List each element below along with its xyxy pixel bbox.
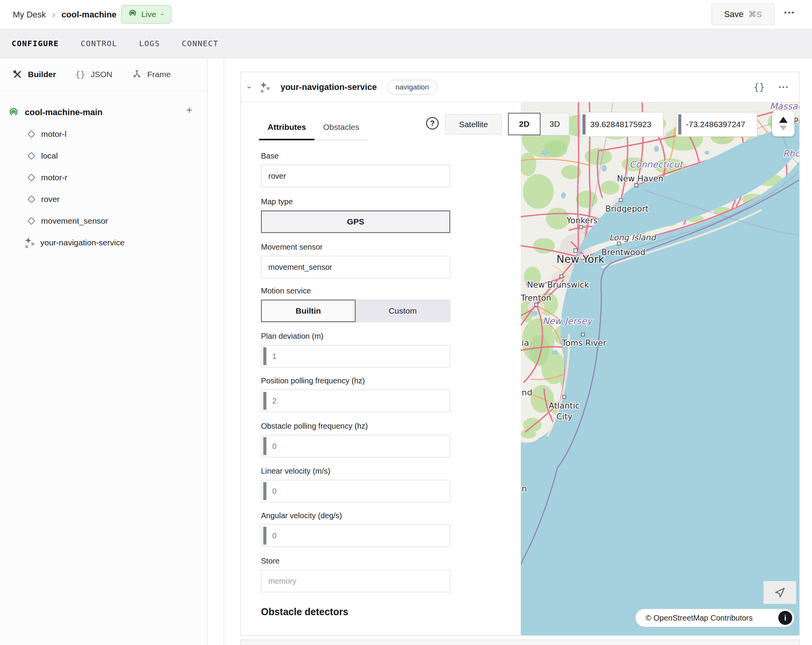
tree-machine-row[interactable]: cool-machine-main xyxy=(8,104,102,121)
field-base: Base rover xyxy=(261,152,450,187)
viewtab-frame[interactable]: Frame xyxy=(132,69,171,79)
angular-velocity-label: Angular velocity (deg/s) xyxy=(261,511,450,520)
tree-item-motor-l[interactable]: motor-l xyxy=(26,126,66,143)
card-body: Connecticut Massac Rhod Pro New Haven Br… xyxy=(241,102,799,635)
store-input[interactable]: memory xyxy=(261,570,450,592)
main-nav-tabs: CONFIGURE CONTROL LOGS CONNECT xyxy=(0,29,812,58)
movement-sensor-input[interactable]: movement_sensor xyxy=(261,256,450,278)
tree-item-motor-r[interactable]: motor-r xyxy=(26,169,67,186)
obstacle-polling-label: Obstacle polling frequency (hz) xyxy=(261,422,450,431)
add-component-button[interactable]: + xyxy=(186,105,192,116)
sidebar: Builder {} JSON Frame cool-machine-main … xyxy=(0,58,207,645)
position-polling-input[interactable]: 2 xyxy=(261,390,450,412)
tab-configure[interactable]: CONFIGURE xyxy=(12,39,59,48)
longitude-input[interactable]: -73.2486397247 xyxy=(676,112,757,137)
tab-logs[interactable]: LOGS xyxy=(139,39,160,48)
field-motion-service: Motion service Builtin Custom xyxy=(261,286,450,322)
map-label-fragment-n: n xyxy=(522,484,527,493)
save-button[interactable]: Save ⌘S xyxy=(712,3,774,25)
map-label-new-haven: New Haven xyxy=(617,174,663,183)
collapse-chevron-icon[interactable]: ⌄ xyxy=(245,81,252,91)
navigation-map[interactable]: Connecticut Massac Rhod Pro New Haven Br… xyxy=(521,102,799,635)
next-card-edge[interactable] xyxy=(240,640,800,645)
navigate-arrow-icon xyxy=(773,586,786,599)
info-icon[interactable]: i xyxy=(778,611,792,625)
tools-icon xyxy=(12,69,22,79)
navigation-service-card: ⌄ your-navigation-service navigation {} … xyxy=(240,72,800,636)
map-label-new-jersey: New Jersey xyxy=(542,316,593,326)
obstacle-polling-input[interactable]: 0 xyxy=(261,435,450,457)
live-status-dropdown[interactable]: Live ⌄ xyxy=(121,5,171,24)
card-header: ⌄ your-navigation-service navigation {} … xyxy=(241,72,799,102)
zoom-out-icon[interactable] xyxy=(780,126,787,131)
breadcrumb-root[interactable]: My Desk xyxy=(13,10,46,20)
component-diamond-icon xyxy=(26,150,37,162)
component-diamond-icon xyxy=(26,193,37,205)
motion-service-label: Motion service xyxy=(261,286,450,295)
latitude-input[interactable]: 39.62848175923 xyxy=(580,112,663,137)
field-store: Store memory xyxy=(261,557,450,592)
tree-item-local[interactable]: local xyxy=(26,147,58,164)
component-diamond-icon xyxy=(26,128,37,140)
viewtab-builder[interactable]: Builder xyxy=(12,69,56,79)
map-label-massachusetts: Massac xyxy=(770,102,799,111)
panel-tabs: Attributes Obstacles xyxy=(259,118,368,140)
viewtab-builder-label: Builder xyxy=(28,70,56,79)
help-icon[interactable]: ? xyxy=(426,117,439,129)
viewtab-frame-label: Frame xyxy=(147,70,171,79)
openstreetmap-canvas: Connecticut Massac Rhod Pro New Haven Br… xyxy=(521,102,799,635)
map-label-trenton: Trenton xyxy=(521,293,551,303)
field-obstacle-polling: Obstacle polling frequency (hz) 0 xyxy=(261,422,450,457)
tree-item-rover[interactable]: rover xyxy=(26,191,60,208)
tab-connect[interactable]: CONNECT xyxy=(182,39,219,48)
tree-item-label: rover xyxy=(41,195,60,204)
map-label-long-island: Long Island xyxy=(609,233,657,242)
movement-sensor-label: Movement sensor xyxy=(261,243,450,252)
angular-velocity-input[interactable]: 0 xyxy=(261,524,450,547)
tree-item-label: motor-l xyxy=(41,129,66,139)
braces-icon: {} xyxy=(75,70,85,79)
map-label-fragment-ia: ia xyxy=(522,338,529,348)
tab-control[interactable]: CONTROL xyxy=(81,39,117,48)
more-menu-button[interactable]: ••• xyxy=(784,9,795,17)
save-label: Save xyxy=(724,9,743,19)
mode-3d-button[interactable]: 3D xyxy=(541,113,569,135)
tree-item-label: movement_sensor xyxy=(41,216,108,226)
viewtab-json[interactable]: {} JSON xyxy=(75,70,112,79)
field-linear-velocity: Linear velocity (m/s) 0 xyxy=(261,467,450,502)
card-menu-icon[interactable]: ••• xyxy=(779,83,789,91)
tree-item-label: your-navigation-service xyxy=(40,238,124,247)
locate-button[interactable] xyxy=(764,581,796,604)
sidebar-view-tabs: Builder {} JSON Frame xyxy=(0,58,207,91)
map-label-bridgeport: Bridgeport xyxy=(605,204,649,214)
tab-attributes[interactable]: Attributes xyxy=(259,118,314,140)
satellite-toggle-button[interactable]: Satellite xyxy=(445,114,502,135)
zoom-stepper[interactable] xyxy=(772,111,795,136)
plan-deviation-input[interactable]: 1 xyxy=(261,345,450,367)
live-label: Live xyxy=(141,10,156,19)
tab-obstacles[interactable]: Obstacles xyxy=(314,118,368,140)
save-shortcut: ⌘S xyxy=(748,10,762,19)
motion-service-toggle: Builtin Custom xyxy=(261,300,450,322)
breadcrumb-machine-name: cool-machine xyxy=(62,10,117,20)
tree-item-navigation-service[interactable]: your-navigation-service xyxy=(23,234,124,251)
service-type-badge: navigation xyxy=(387,80,438,95)
viewtab-json-label: JSON xyxy=(91,70,112,79)
tree-item-label: local xyxy=(41,151,58,160)
broadcast-icon xyxy=(128,9,138,20)
panel-divider xyxy=(224,58,224,645)
linear-velocity-input[interactable]: 0 xyxy=(261,480,450,502)
json-view-icon[interactable]: {} xyxy=(753,82,765,93)
mode-2d-button[interactable]: 2D xyxy=(508,113,541,135)
longitude-value: -73.2486397247 xyxy=(681,120,745,129)
map-type-gps-button[interactable]: GPS xyxy=(261,210,450,233)
tree-machine-name: cool-machine-main xyxy=(25,107,102,117)
tree-item-movement-sensor[interactable]: movement_sensor xyxy=(26,212,108,229)
motion-custom-option[interactable]: Custom xyxy=(356,300,450,322)
map-mode-segmented-control: 2D 3D xyxy=(508,113,569,135)
base-input[interactable]: rover xyxy=(261,165,450,187)
field-angular-velocity: Angular velocity (deg/s) 0 xyxy=(261,511,450,547)
motion-builtin-option[interactable]: Builtin xyxy=(261,300,356,322)
zoom-in-icon[interactable] xyxy=(779,117,788,123)
base-label: Base xyxy=(261,152,450,160)
